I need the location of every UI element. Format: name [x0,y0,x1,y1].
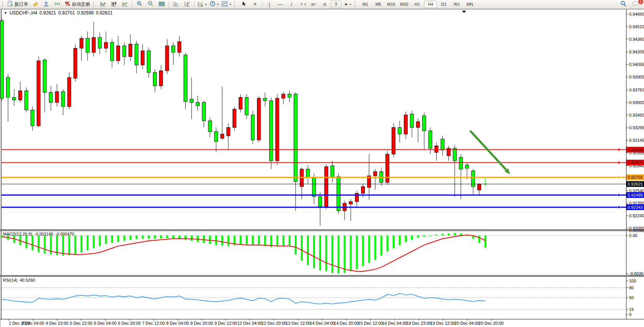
signals-button[interactable] [52,1,63,8]
text-label-icon: T [335,2,338,7]
macd-axis-label: 0.000461 [629,228,644,233]
fibonacci-tool-button[interactable]: ≡ F [308,1,319,8]
zoom-out-icon [148,1,154,8]
chevron-down-icon: ▾ [217,3,218,6]
line-chart-mode-button[interactable] [120,1,130,8]
clock-icon [210,1,215,8]
price-axis-label: 0.94055 [629,62,644,67]
cursor-icon [242,1,246,8]
line-handle[interactable] [618,149,620,151]
signal-icon [55,1,60,8]
chevron-down-icon: ▾ [205,3,207,6]
zoom-in-button[interactable] [134,1,145,8]
chevron-down-icon: ▾ [230,3,231,6]
collapse-ohlc-icon[interactable]: ▼ [4,11,7,15]
price-axis-label: 0.94205 [629,50,644,54]
horizontal-line-tool-button[interactable]: — [275,1,286,8]
time-axis-label: 16 Dec 04:00 [382,321,407,325]
new-order-icon: + [8,1,13,8]
rsi-name: RSI(14) [3,278,18,282]
rsi-indicator-label: RSI(14) 40.5260 [3,278,35,282]
rsi-axis-label: 50 [629,295,634,300]
add-indicator-button[interactable]: + ▾ [196,1,208,8]
time-axis-label: 12 Dec 04:00 [238,321,262,325]
time-axis-label: 6 Dec 20:00 [118,321,141,325]
template-icon [222,1,228,8]
period-button[interactable]: ▾ [209,1,220,8]
time-axis-label: 20 Dec 20:00 [479,321,503,325]
add-indicator-icon: + [198,1,204,8]
main-toolbar: + 新订单 自动交易 [0,0,644,9]
price-axis-label: 0.93905 [629,75,644,79]
text-tool-button[interactable]: A [320,1,330,8]
svg-text:0.92621: 0.92621 [628,182,643,186]
toolbar-grip[interactable] [234,1,237,7]
rsi-value: 40.5260 [20,278,35,282]
price-axis-label: 0.94510 [629,24,644,29]
auto-trading-button[interactable]: 自动交易 [63,1,91,8]
auto-trading-icon [64,1,71,8]
price-badge: 0.93034 [626,147,644,152]
line-handle[interactable] [618,161,620,164]
crayon-button[interactable] [30,1,40,8]
time-axis-label: 14 Dec 20:00 [334,321,359,325]
arrows-icon: ✦ [344,2,348,7]
toolbar-grip[interactable] [355,1,357,7]
unread-count-badge: 1 [638,0,644,5]
macd-indicator-label: MACD(12,26,9) -0.001149 -0.000470 [3,232,74,236]
high-value: 0.92701 [58,10,75,16]
tab-timeframe-m30[interactable]: M30 [398,1,410,8]
text-label-tool-button[interactable]: T [331,0,342,8]
time-axis-label: 8 Dec 20:00 [190,321,213,325]
auto-scroll-icon [173,1,179,8]
chart-window: 0.946600.945100.943600.942050.940550.939… [0,9,644,327]
tile-windows-icon [159,1,165,8]
macd-main-value: -0.001149 [34,232,53,236]
tab-timeframe-d1[interactable]: D1 [438,1,450,8]
tile-windows-button[interactable] [156,1,167,8]
arrows-tool-button[interactable]: ✦ ▾ [342,1,353,8]
svg-text:0.92343: 0.92343 [628,205,643,210]
tab-timeframe-m1[interactable]: M1 [359,1,371,8]
tab-timeframe-mn[interactable]: MN [464,1,476,8]
new-order-label: 新订单 [14,1,28,8]
crosshair-tool-button[interactable]: + [250,1,260,8]
cursor-tool-button[interactable] [239,1,249,8]
price-axis-label: 0.94360 [629,37,644,42]
trendline-tool-button[interactable]: / [286,1,297,8]
macd-name: MACD(12,26,9) [3,232,32,236]
line-handle[interactable] [618,194,620,196]
zoom-out-button[interactable] [145,1,156,8]
bar-chart-mode-button[interactable] [98,1,108,8]
template-button[interactable]: ▾ [220,1,232,8]
chart-shift-button[interactable]: + [182,1,192,8]
search-button[interactable] [618,1,628,8]
chevron-down-icon: ▾ [350,3,351,6]
channel-tool-button[interactable]: 〃 E [297,1,308,8]
toolbar-grip[interactable] [93,1,96,7]
bar-chart-icon [100,1,106,8]
time-axis-label: 20 Dec 04:00 [454,321,479,325]
tab-timeframe-w1[interactable]: W1 [451,1,463,8]
line-chart-icon [122,1,128,8]
time-axis-label: 14 Dec 04:00 [310,321,335,325]
auto-scroll-button[interactable] [171,1,181,8]
vertical-line-tool-button[interactable]: | [264,1,275,8]
support-person-button[interactable] [41,1,51,8]
equidistant-channel-icon: 〃 [299,2,304,7]
fibonacci-icon: ≡ [311,2,314,7]
time-axis-label: 9 Dec 12:00 [215,321,237,325]
tab-timeframe-h1[interactable]: H1 [411,1,423,8]
notifications-button[interactable]: 1 [631,1,641,8]
chart-canvas[interactable]: 0.946600.945100.943600.942050.940550.939… [0,9,644,327]
person-icon [43,1,49,8]
line-handle[interactable] [618,176,620,178]
tab-timeframe-m15[interactable]: M15 [385,1,397,8]
candlestick-mode-button[interactable] [109,1,119,8]
line-handle[interactable] [618,206,620,208]
new-order-button[interactable]: + 新订单 [6,1,29,8]
tab-timeframe-m5[interactable]: M5 [372,1,384,8]
toolbar-grip[interactable] [2,1,5,7]
tab-timeframe-h4[interactable]: H4 [424,1,437,8]
trendline-icon: / [291,2,292,7]
